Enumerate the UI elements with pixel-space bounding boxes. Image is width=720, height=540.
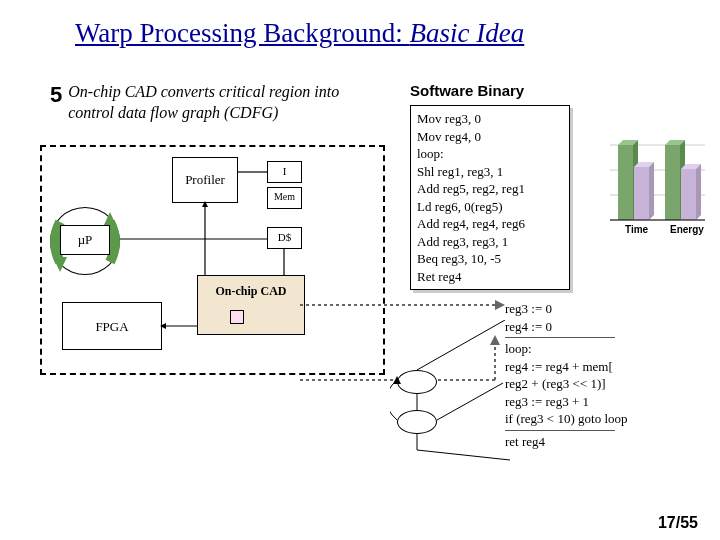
assembly-listing: Mov reg3, 0 Mov reg4, 0 loop: Shl reg1, … bbox=[410, 105, 570, 290]
svg-line-15 bbox=[417, 320, 505, 370]
svg-marker-35 bbox=[696, 164, 701, 220]
asm-line: Add reg3, reg3, 1 bbox=[417, 233, 563, 251]
asm-line: Mov reg3, 0 bbox=[417, 110, 563, 128]
bar-time-accel bbox=[634, 162, 654, 220]
step-number: 5 bbox=[50, 82, 62, 108]
svg-line-18 bbox=[417, 450, 510, 460]
slide-title: Warp Processing Background: Basic Idea bbox=[75, 18, 524, 49]
title-main: Warp Processing Background: bbox=[75, 18, 410, 48]
chart-xlabel-time: Time bbox=[625, 224, 649, 235]
svg-marker-10 bbox=[495, 300, 505, 310]
svg-marker-7 bbox=[160, 323, 166, 329]
step-caption: 5 On-chip CAD converts critical region i… bbox=[50, 82, 370, 124]
svg-marker-0 bbox=[53, 257, 67, 272]
asm-line: Ret reg4 bbox=[417, 268, 563, 286]
asm-line: Add reg4, reg4, reg6 bbox=[417, 215, 563, 233]
software-binary-heading: Software Binary bbox=[410, 82, 524, 99]
bar-energy-accel bbox=[681, 164, 701, 220]
asm-line: Mov reg4, 0 bbox=[417, 128, 563, 146]
asm-line: loop: bbox=[417, 145, 563, 163]
svg-rect-33 bbox=[681, 169, 696, 220]
performance-chart: Time Energy bbox=[600, 130, 710, 274]
microprocessor-label: µP bbox=[78, 232, 93, 247]
asm-line: Shl reg1, reg3, 1 bbox=[417, 163, 563, 181]
page-number: 17/55 bbox=[658, 514, 698, 532]
svg-marker-19 bbox=[393, 376, 401, 384]
asm-line: Beq reg3, 10, -5 bbox=[417, 250, 563, 268]
svg-line-16 bbox=[437, 383, 503, 420]
svg-marker-29 bbox=[649, 162, 654, 220]
svg-rect-24 bbox=[618, 145, 633, 220]
microprocessor-box: µP bbox=[60, 225, 110, 255]
title-emphasis: Basic Idea bbox=[410, 18, 525, 48]
svg-rect-27 bbox=[634, 167, 649, 220]
step-text: On-chip CAD converts critical region int… bbox=[50, 82, 370, 124]
chart-xlabel-energy: Energy bbox=[670, 224, 704, 235]
cdfg-edges-icon bbox=[390, 320, 510, 480]
svg-rect-30 bbox=[665, 145, 680, 220]
svg-marker-3 bbox=[202, 201, 208, 207]
asm-line: Ld reg6, 0(reg5) bbox=[417, 198, 563, 216]
cad-indicator-icon bbox=[230, 310, 244, 324]
asm-line: Add reg5, reg2, reg1 bbox=[417, 180, 563, 198]
